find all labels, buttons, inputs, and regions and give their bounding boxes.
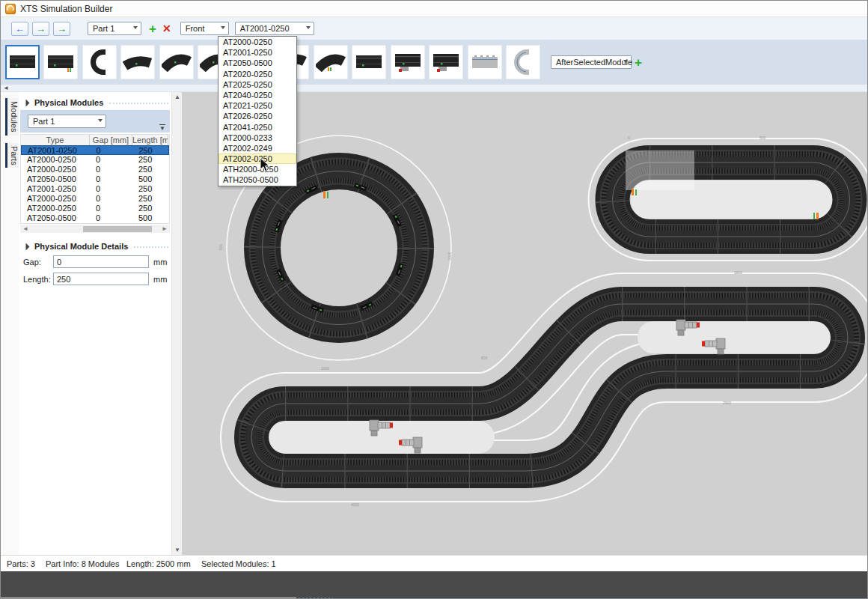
sidebar-part-value: Part 1 <box>33 117 55 126</box>
table-row[interactable]: AT2001-02500250 <box>21 145 169 155</box>
module-thumbnail-straight[interactable] <box>352 45 386 79</box>
app-window: XTS Simulation Builder ← → → Part 1 + ✕ … <box>0 0 868 599</box>
dropdown-item[interactable]: AT2002-0249 <box>218 143 296 153</box>
physical-modules-header[interactable]: Physical Modules <box>23 98 168 107</box>
module-thumbnail-straight-marks[interactable] <box>43 45 78 79</box>
col-type[interactable]: Type <box>21 135 90 145</box>
chevron-down-icon <box>221 26 225 29</box>
module-type-combobox[interactable]: AT2001-0250 <box>235 22 314 35</box>
table-row[interactable]: AT2000-02500250 <box>21 165 169 174</box>
col-gap[interactable]: Gap [mm] <box>90 135 132 145</box>
table-row[interactable]: AT2000-02500250 <box>21 204 169 213</box>
dropdown-item[interactable]: AT2025-0250 <box>218 79 296 90</box>
guide-label: 4000 <box>351 502 359 507</box>
module-thumbnail-curve[interactable] <box>159 45 194 79</box>
nav-back-button[interactable]: ← <box>11 22 28 36</box>
dropdown-item[interactable]: AT2021-0250 <box>218 100 296 111</box>
insert-module-button[interactable]: + <box>635 56 642 69</box>
chevron-down-icon <box>98 119 103 122</box>
dropdown-item[interactable]: AT2041-0250 <box>218 122 296 133</box>
dropdown-item[interactable]: AT2020-0250 <box>218 69 296 79</box>
module-details-header[interactable]: Physical Module Details <box>23 242 168 251</box>
module-thumbnail-half-circle[interactable] <box>82 45 117 79</box>
module-type-dropdown-list[interactable]: AT2000-0250AT2001-0250AT2050-0500AT2020-… <box>218 36 297 186</box>
scroll-right-icon[interactable]: ► <box>162 225 168 233</box>
delete-part-button[interactable]: ✕ <box>162 23 171 34</box>
table-row[interactable]: AT2050-05000500 <box>21 174 169 184</box>
dropdown-item[interactable]: AT2026-0250 <box>218 111 296 121</box>
sidebar-part-combobox[interactable]: Part 1 <box>28 115 106 128</box>
module-details-title: Physical Module Details <box>34 242 128 251</box>
side-select-combobox[interactable]: Front <box>180 22 229 35</box>
dropdown-item[interactable]: AT2000-0250 <box>218 37 296 47</box>
module-thumbnail-straight-mover[interactable] <box>429 45 463 79</box>
header-rule <box>109 103 168 104</box>
nav-forward-button[interactable]: → <box>32 22 49 36</box>
scrollbar-thumb[interactable] <box>83 226 152 232</box>
straight-mover-icon <box>393 47 423 77</box>
module-thumbnail-curve-marks[interactable] <box>314 45 348 79</box>
guide-label: 2900 <box>723 401 731 405</box>
chevron-down-icon <box>306 26 311 29</box>
dropdown-item[interactable]: AT2000-0233 <box>218 133 296 143</box>
dropdown-item[interactable]: ATH2050-0500 <box>218 174 296 185</box>
gap-field[interactable] <box>53 255 149 268</box>
arrow-right-icon: → <box>36 24 46 34</box>
table-row[interactable]: AT2001-02500250 <box>21 184 169 194</box>
physical-modules-title: Physical Modules <box>34 98 103 107</box>
length-label: Length: <box>23 275 53 284</box>
pin-icon[interactable]: ▼ <box>159 124 165 131</box>
chevron-down-icon <box>133 26 138 29</box>
chevron-down-icon <box>623 60 628 63</box>
scroll-up-icon[interactable]: ▲ <box>174 94 180 100</box>
status-part-info: Part Info: 8 Modules <box>46 559 126 568</box>
scroll-left-icon[interactable]: ◄ <box>22 225 28 233</box>
sidebar-vertical-scrollbar[interactable]: ▲ ▼ <box>171 92 182 555</box>
curve-marks-icon <box>316 47 346 77</box>
expander-icon <box>22 243 30 250</box>
palette-scrollbar[interactable]: ◄ <box>1 85 867 92</box>
side-select-value: Front <box>186 24 205 33</box>
expander-icon <box>22 99 30 106</box>
table-row[interactable]: AT2000-02500250 <box>21 155 169 165</box>
insert-mode-combobox[interactable]: AfterSelectedModule <box>551 55 632 69</box>
x-icon: ✕ <box>162 22 171 34</box>
title-bar: XTS Simulation Builder <box>1 1 867 17</box>
main-toolbar: ← → → Part 1 + ✕ Front AT2001-0250 <box>1 17 867 40</box>
modules-table: Type Gap [mm] Length [mm] AT2001-0250025… <box>20 134 170 224</box>
table-header-row[interactable]: Type Gap [mm] Length [mm] <box>21 135 169 145</box>
add-part-button[interactable]: + <box>149 22 156 35</box>
module-thumbnail-curve-gentle[interactable] <box>120 45 155 79</box>
insert-mode-value: AfterSelectedModule <box>556 58 632 67</box>
dropdown-item[interactable]: ATH2000-0250 <box>218 164 296 174</box>
part-select-combobox[interactable]: Part 1 <box>88 22 141 35</box>
window-title: XTS Simulation Builder <box>20 4 112 14</box>
nav-next-part-button[interactable]: → <box>53 22 70 36</box>
arrow-right-icon: → <box>57 24 67 34</box>
gap-unit: mm <box>153 258 167 267</box>
scroll-left-icon[interactable]: ◄ <box>3 85 9 91</box>
module-thumbnail-straight-mover[interactable] <box>391 45 425 79</box>
guide-label: 500 <box>218 244 223 250</box>
dropdown-item[interactable]: AT2002-0250 <box>218 153 296 164</box>
scroll-down-icon[interactable]: ▼ <box>174 547 180 553</box>
straight-icon <box>7 47 37 77</box>
selected-module-overlay <box>626 150 694 190</box>
plus-icon: + <box>635 55 642 70</box>
module-thumbnail-straight[interactable] <box>5 45 40 79</box>
length-field[interactable] <box>53 273 149 285</box>
table-row[interactable]: AT2000-02500250 <box>21 194 169 204</box>
table-row[interactable]: AT2050-05000500 <box>21 213 169 223</box>
part-panel: Part 1 ▼ <box>20 110 170 133</box>
dropdown-item[interactable]: AT2040-0250 <box>218 90 296 100</box>
module-palette: AfterSelectedModule + <box>1 40 867 85</box>
dropdown-item[interactable]: AT2001-0250 <box>218 47 296 58</box>
mouse-cursor <box>260 157 270 173</box>
half-circle-icon <box>85 47 114 77</box>
dropdown-item[interactable]: AT2050-0500 <box>218 58 296 68</box>
col-length[interactable]: Length [mm] <box>132 135 168 145</box>
module-thumbnail-gray-half-circle[interactable] <box>506 45 540 79</box>
table-horizontal-scrollbar[interactable]: ◄ ► <box>20 225 170 233</box>
guide-label: 0 <box>628 136 630 140</box>
module-thumbnail-gray-straight[interactable] <box>468 45 502 79</box>
